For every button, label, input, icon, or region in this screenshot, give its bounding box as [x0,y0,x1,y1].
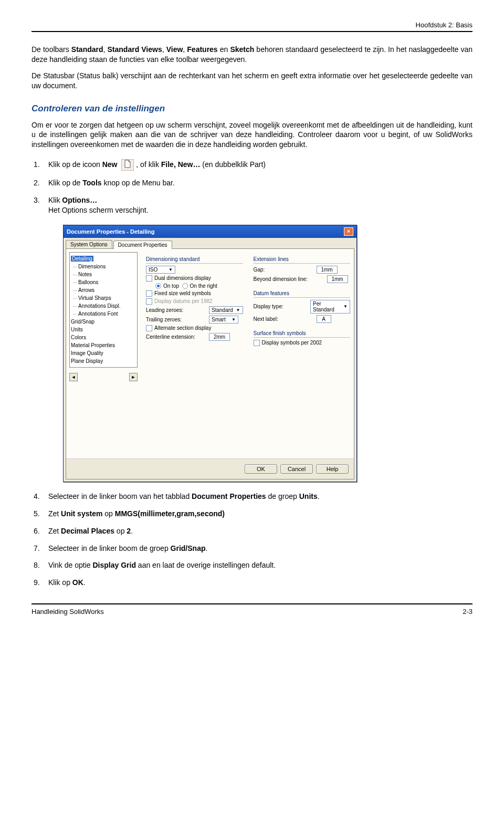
step-8: 8. Vink de optie Display Grid aan en laa… [48,560,472,570]
tree-item-notes[interactable]: Notes [71,270,136,278]
leading-zeroes-select[interactable]: Standard▼ [209,306,243,314]
ok-button[interactable]: OK [245,464,277,474]
options-tree[interactable]: Detailing Dimensions Notes Balloons Arro… [69,252,138,368]
tree-item-balloons[interactable]: Balloons [71,278,136,286]
dual-dim-checkbox[interactable] [146,275,152,281]
tree-item-units[interactable]: Units [71,326,136,333]
chevron-down-icon: ▼ [340,304,348,309]
close-icon[interactable]: × [344,227,353,236]
surface-finish-label: Surface finish symbols [254,330,351,336]
intro-paragraph-1: De toolbars Standard, Standard Views, Vi… [32,45,472,65]
tab-document-properties[interactable]: Document Properties [113,241,172,249]
chevron-down-icon: ▼ [165,267,173,272]
display-2002-checkbox[interactable] [254,340,260,346]
tree-item-colors[interactable]: Colors [71,333,136,341]
step-4: 4. Selecteer in de linker boom van het t… [48,492,472,502]
tree-item-dimensions[interactable]: Dimensions [71,263,136,270]
step-6: 6. Zet Decimal Places op 2. [48,526,472,536]
centerline-input[interactable]: 2mm [209,333,230,341]
section-heading: Controleren van de instellingen [32,103,472,114]
beyond-input[interactable]: 1mm [327,275,348,283]
extension-lines-label: Extension lines [254,256,351,262]
tree-item-annotations-font[interactable]: Annotations Font [71,310,136,318]
dim-standard-label: Dimensioning standard [146,256,243,262]
display-type-select[interactable]: Per Standard▼ [310,300,350,314]
header-rule [32,31,472,32]
footer-right: 2-3 [463,608,472,615]
datum-features-label: Datum features [254,290,351,296]
intro-paragraph-2: De Statusbar (Status balk) verschijnt aa… [32,71,472,91]
tree-item-material-properties[interactable]: Material Properties [71,341,136,349]
scroll-left-icon[interactable]: ◄ [69,373,78,381]
alt-section-checkbox[interactable] [146,325,152,331]
help-button[interactable]: Help [316,464,349,474]
cancel-button[interactable]: Cancel [280,464,313,474]
tree-item-image-quality[interactable]: Image Quality [71,349,136,357]
tree-item-annotations-display[interactable]: Annotations Displ. [71,302,136,310]
options-panel: Dimensioning standard ISO▼ Dual dimensio… [141,249,355,458]
step-2: 2. Klik op de Tools knop op de Menu bar. [48,178,472,188]
tree-item-plane-display[interactable]: Plane Display [71,357,136,365]
tree-item-arrows[interactable]: Arrows [71,286,136,294]
dim-standard-select[interactable]: ISO▼ [146,266,175,274]
dialog-title: Document Properties - Detailing [67,228,154,235]
tree-item-grid-snap[interactable]: Grid/Snap [71,318,136,326]
step-7: 7. Selecteer in de linker boom de groep … [48,544,472,554]
on-right-radio[interactable] [182,283,188,289]
gap-input[interactable]: 1mm [317,266,338,274]
step-list-continued: 4. Selecteer in de linker boom van het t… [32,492,472,588]
step-3: 3. Klik Options… Het Options scherm vers… [48,195,472,215]
scroll-right-icon[interactable]: ► [129,373,138,381]
footer-rule [32,603,472,604]
tab-system-options[interactable]: System Options [66,240,112,248]
page-header: Hoofdstuk 2: Basis [32,21,472,29]
tree-item-detailing[interactable]: Detailing [71,256,93,262]
tree-item-virtual-sharps[interactable]: Virtual Sharps [71,294,136,302]
trailing-zeroes-select[interactable]: Smart▼ [209,316,238,323]
step-5: 5. Zet Unit system op MMGS(millimeter,gr… [48,509,472,519]
new-file-icon [121,159,134,171]
step-1: 1. Klik op de icoon New , of klik File, … [48,159,472,171]
footer-left: Handleiding SolidWorks [32,608,104,615]
chevron-down-icon: ▼ [233,308,240,312]
display-1982-checkbox [146,298,152,305]
fixed-weld-checkbox[interactable] [146,290,152,297]
options-dialog: Document Properties - Detailing × System… [63,225,357,482]
step-list: 1. Klik op de icoon New , of klik File, … [32,159,472,215]
step-9: 9. Klik op OK. [48,578,472,588]
dialog-titlebar[interactable]: Document Properties - Detailing × [64,225,356,238]
chevron-down-icon: ▼ [228,317,236,322]
section-body: Om er voor te zorgen dat hetgeen op uw s… [32,120,472,150]
on-top-radio[interactable] [155,283,161,289]
next-label-input[interactable]: A [317,315,331,323]
